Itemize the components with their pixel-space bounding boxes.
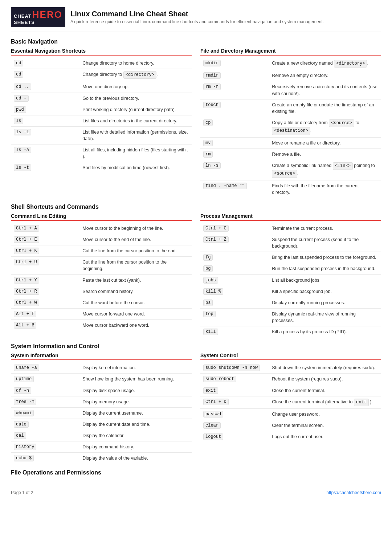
desc-cell: Display currently running processes. [269,297,381,308]
cmd-cell: pwd [11,104,79,115]
desc-cell: Sort files by modification time (newest … [79,162,192,174]
cmd-cell: top [200,308,269,326]
table-row: cdChange directory to home directory. [11,58,192,69]
logo-box: CHEAT HERO SHEETS [11,7,65,27]
desc-cell: Cut the line from the cursor position to… [79,245,192,257]
header-text: Linux Command Line Cheat Sheet A quick r… [70,10,324,24]
table-row: df -hDisplay disk space usage. [11,385,192,396]
cmd-cell: passwd [200,409,269,420]
desc-cell: Kill a process by its process ID (PID). [269,326,381,338]
desc-cell: List all background jobs. [269,274,381,286]
sys-control-table: sudo shutdown -h nowShut down the system… [200,362,381,442]
desc-cell: Finds file with the filename from the cu… [269,180,381,198]
desc-cell: List files with detailed information (pe… [79,126,192,144]
table-row: Ctrl + EMove cursor to the end of the li… [11,234,192,245]
table-row: Ctrl + RSearch command history. [11,286,192,297]
desc-cell: Display the current username. [79,407,192,419]
cmd-cell: Alt + F [11,308,79,319]
cmd-cell: df -h [11,385,79,396]
section-title-file-ops: File Operations and Permissions [11,469,381,476]
cmd-cell: rm -r [200,81,269,99]
table-row: Ctrl + ZSuspend the current process (sen… [200,234,381,252]
sysinfo-columns: System Information uname -aDisplay kerne… [11,353,381,464]
cmd-cell: Ctrl + Y [11,274,79,286]
table-row: logoutLogs out the current user. [200,431,381,443]
table-row: Alt + BMove cursor backward one word. [11,320,192,331]
table-row: cp Copy a file or directory from <source… [200,117,381,137]
essential-nav-table: cdChange directory to home directory.cd … [11,58,192,174]
table-row: ls -aList all files, including hidden fi… [11,144,192,162]
cmd-cell: fg [200,252,269,263]
cmd-cell: kill % [200,286,269,297]
col-cmd-editing: Command Line Editing Ctrl + AMove cursor… [11,213,192,337]
col-sys-information: System Information uname -aDisplay kerne… [11,353,192,464]
footer-url[interactable]: https://cheatsheetshero.com [326,490,381,495]
cmd-cell: kill [200,326,269,338]
cmd-cell: ln -s [200,160,269,180]
subsection-title-sys-info: System Information [11,353,192,360]
cmd-cell: whoami [11,407,79,419]
table-row: Ctrl + CTerminate the current process. [200,223,381,234]
sys-info-table: uname -aDisplay kernel information.uptim… [11,362,192,464]
table-row: uptimeShow how long the system has been … [11,374,192,385]
section-basic-navigation: Basic Navigation Essential Navigation Sh… [11,38,381,198]
subsection-title-sys-control: System Control [200,353,381,360]
table-row: clearClear the terminal screen. [200,420,381,431]
section-title-sysinfo: System Information and Control [11,343,381,350]
desc-cell: Create an empty file or update the times… [269,99,381,117]
table-row: Ctrl + KCut the line from the cursor pos… [11,245,192,257]
table-row: find . -name ""Finds file with the filen… [200,180,381,198]
desc-cell: Display dynamic real-time view of runnin… [269,308,381,326]
table-row: fgBring the last suspended process to th… [200,252,381,263]
cmd-cell: Ctrl + Z [200,234,269,252]
table-row: cd ..Move one directory up. [11,81,192,93]
table-row: pwdPrint working directory (current dire… [11,104,192,115]
table-row: echo $Display the value of the variable. [11,453,192,464]
desc-cell: Recursively remove a directory and its c… [269,81,381,99]
table-row: free -mDisplay memory usage. [11,396,192,407]
desc-cell: Logs out the current user. [269,431,381,443]
desc-cell: Remove a file. [269,148,381,160]
desc-cell: Close the current terminal (alternative … [269,396,381,408]
col-file-dir: File and Directory Management mkdir Crea… [200,48,381,198]
section-title-basic-nav: Basic Navigation [11,38,381,45]
page-title: Linux Command Line Cheat Sheet [70,10,324,18]
table-row: Ctrl + UCut the line from the cursor pos… [11,257,192,274]
desc-cell: List all files, including hidden files (… [79,144,192,162]
cmd-cell: ls [11,115,79,126]
desc-cell: List files and directories in the curren… [79,115,192,126]
cmd-cell: cd [11,69,79,81]
cmd-cell: uptime [11,374,79,385]
cmd-cell: ls -l [11,126,79,144]
table-row: topDisplay dynamic real-time view of run… [200,308,381,326]
table-row: rm -r Recursively remove a directory and… [200,81,381,99]
desc-cell: Change user password. [269,409,381,420]
table-row: Ctrl + YPaste the last cut text (yank). [11,274,192,286]
table-row: cd Change directory to <directory>. [11,69,192,81]
desc-cell: Search command history. [79,286,192,297]
cmd-cell: ps [200,297,269,308]
cmd-cell: Ctrl + U [11,257,79,274]
logo-sheets: SHEETS [14,20,62,25]
basic-nav-columns: Essential Navigation Shortcuts cdChange … [11,48,381,198]
subsection-title-cmd-editing: Command Line Editing [11,213,192,221]
table-row: mkdir Create a new directory named <dire… [200,58,381,70]
cmd-cell: exit [200,385,269,396]
table-row: dateDisplay the current date and time. [11,419,192,430]
desc-cell: Remove an empty directory. [269,70,381,81]
cmd-cell: sudo reboot [200,374,269,385]
table-row: ls -tSort files by modification time (ne… [11,162,192,174]
cmd-cell: find . -name "" [200,180,269,198]
cmd-cell: history [11,441,79,453]
desc-cell: Copy a file or directory from <source> t… [269,117,381,137]
table-row: cd -Go to the previous directory. [11,93,192,104]
cmd-cell: clear [200,420,269,431]
page-subtitle: A quick reference guide to essential Lin… [70,19,324,24]
table-row: sudo rebootReboot the system (requires s… [200,374,381,385]
table-row: rm Remove a file. [200,148,381,160]
cmd-cell: free -m [11,396,79,407]
process-mgmt-table: Ctrl + CTerminate the current process.Ct… [200,223,381,337]
desc-cell: Suspend the current process (send it to … [269,234,381,252]
cmd-cell: Ctrl + A [11,223,79,234]
desc-cell: Create a symbolic link named <link> poin… [269,160,381,180]
